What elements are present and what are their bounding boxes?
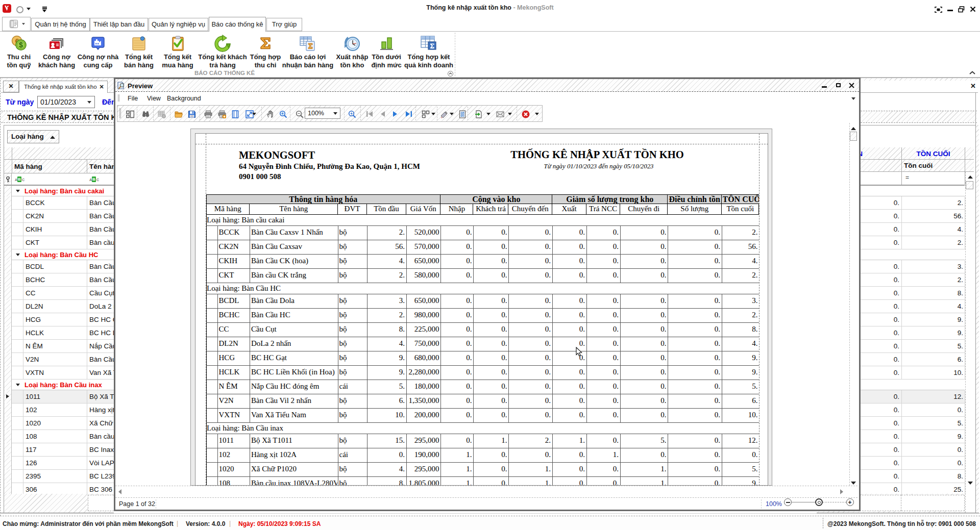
svg-text:$: $ (19, 41, 23, 49)
